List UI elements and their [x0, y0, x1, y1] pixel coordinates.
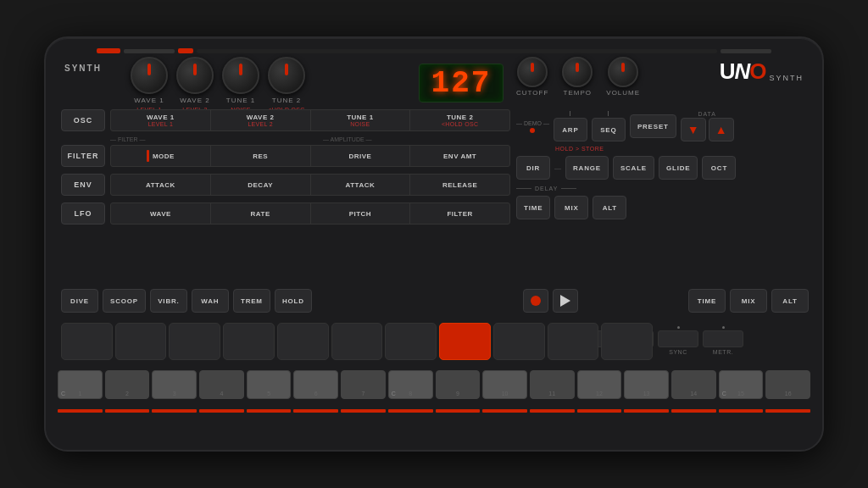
filter-envamt-ctrl[interactable]: ENV AMT [410, 146, 509, 166]
top-pads-row [61, 323, 653, 360]
glide-button[interactable]: GLIDE [659, 156, 698, 180]
lfo-rate-ctrl[interactable]: RATE [211, 203, 311, 224]
pad-key-12[interactable]: 12 [577, 370, 622, 399]
play-button[interactable] [553, 289, 578, 313]
osc-controls: WAVE 1 LEVEL 1 WAVE 2 LEVEL 2 TUNE 1 NOI… [110, 109, 510, 131]
knob-cutoff[interactable] [517, 57, 548, 87]
pad-top-10[interactable] [548, 323, 599, 360]
pad-top-5[interactable] [277, 323, 329, 360]
mix-button[interactable]: MIX [554, 196, 588, 219]
pad-top-4[interactable] [223, 323, 275, 360]
seq-button[interactable]: SEQ [592, 118, 626, 141]
range-button[interactable]: RANGE [565, 156, 609, 180]
vibr-button[interactable]: VIBR. [150, 289, 187, 313]
pad-top-9[interactable] [493, 323, 545, 360]
metr-util-btn[interactable] [703, 330, 743, 347]
synth-section-label: SYNTH [64, 64, 102, 73]
pad-key-15[interactable]: C 15 [719, 370, 764, 399]
pad-key-13[interactable]: 13 [624, 370, 669, 399]
lfo-filter-ctrl[interactable]: FILTER [410, 203, 509, 224]
sections-area: OSC WAVE 1 LEVEL 1 WAVE 2 LEVEL 2 TUNE 1… [61, 108, 510, 230]
knob-tempo[interactable] [562, 57, 593, 87]
pad-top-7[interactable] [385, 323, 437, 360]
time-btn2[interactable]: TIME [688, 289, 726, 313]
knob-tune1[interactable] [222, 57, 259, 94]
demo-indicator: — DEMO — [516, 120, 549, 133]
knob-volume-label: VOLUME [606, 89, 640, 97]
env-button[interactable]: ENV [61, 174, 105, 196]
pad-top-11[interactable] [601, 323, 653, 360]
preset-button[interactable]: PRESET [630, 114, 676, 138]
pad-key-5[interactable]: 5 [247, 370, 292, 399]
pad-key-6[interactable]: 6 [293, 370, 338, 399]
pad-key-16[interactable]: 16 [765, 370, 810, 399]
knob-wave1[interactable] [131, 57, 168, 94]
pad-top-1[interactable] [61, 323, 113, 360]
hold-button[interactable]: HOLD [275, 289, 312, 313]
pad-key-9[interactable]: 9 [436, 370, 481, 399]
lfo-pitch-ctrl[interactable]: PITCH [311, 203, 411, 224]
env-attack2-ctrl[interactable]: ATTACK [311, 175, 411, 195]
env-decay-ctrl[interactable]: DECAY [211, 175, 311, 195]
env-attack1-ctrl[interactable]: ATTACK [111, 175, 211, 195]
sync-led [677, 326, 680, 329]
pad-top-2[interactable] [115, 323, 167, 360]
dir-button[interactable]: DIR [516, 156, 550, 180]
time-button[interactable]: TIME [516, 196, 550, 219]
sync-util-btn[interactable] [658, 330, 698, 347]
osc-button[interactable]: OSC [61, 109, 105, 131]
filter-button[interactable]: FILTER [61, 145, 105, 167]
led-14 [671, 409, 716, 413]
oct-button[interactable]: OCT [702, 156, 736, 180]
pad-top-3[interactable] [169, 323, 220, 360]
record-button[interactable] [523, 289, 548, 313]
seq-group: SEQ [592, 111, 626, 141]
osc-tune2-ctrl[interactable]: TUNE 2 <HOLD OSC [410, 110, 509, 130]
osc-wave2-ctrl[interactable]: WAVE 2 LEVEL 2 [211, 110, 311, 130]
pad-key-11[interactable]: 11 [530, 370, 575, 399]
lfo-button[interactable]: LFO [61, 202, 105, 225]
knob-volume[interactable] [608, 57, 638, 87]
knob-wave2[interactable] [176, 57, 214, 94]
knob-tune2[interactable] [268, 57, 305, 94]
top-indicator-4 [721, 49, 771, 53]
led-4 [199, 409, 244, 413]
filter-drive-ctrl[interactable]: DRIVE [311, 146, 411, 166]
pad-key-1[interactable]: C 1 [58, 370, 103, 399]
pad-key-7[interactable]: 7 [341, 370, 386, 399]
arp-button[interactable]: ARP [554, 118, 587, 141]
trem-button[interactable]: TREM [233, 289, 270, 313]
lfo-wave-ctrl[interactable]: WAVE [111, 203, 211, 224]
data-down-button[interactable]: ▼ [681, 118, 706, 141]
pad-key-3[interactable]: 3 [152, 370, 197, 399]
scale-button[interactable]: SCALE [613, 156, 654, 180]
pad-key-10[interactable]: 10 [482, 370, 527, 399]
osc-tune1-ctrl[interactable]: TUNE 1 NOISE [311, 110, 411, 130]
knob-wave1-label: WAVE 1 [134, 97, 164, 104]
record-icon [531, 296, 541, 306]
wah-button[interactable]: WAH [192, 289, 229, 313]
time-mix-row: TIME MIX ALT [516, 196, 809, 219]
top-bar [97, 45, 771, 57]
metr-led [722, 326, 725, 329]
top-indicator-2 [124, 49, 175, 53]
seq-connector [608, 111, 609, 116]
pad-key-4[interactable]: 4 [199, 370, 244, 399]
mix-btn2[interactable]: MIX [730, 289, 767, 313]
pad-top-6[interactable] [331, 323, 383, 360]
scoop-button[interactable]: SCOOP [103, 289, 146, 313]
pad-key-14[interactable]: 14 [671, 370, 716, 399]
pad-key-8[interactable]: C 8 [388, 370, 433, 399]
osc-wave1-ctrl[interactable]: WAVE 1 LEVEL 1 [111, 110, 211, 130]
bottom-buttons-row: DIVE SCOOP VIBR. WAH TREM HOLD TIME MIX … [61, 289, 809, 313]
pad-top-8[interactable] [439, 323, 491, 360]
alt-btn2[interactable]: ALT [771, 289, 809, 313]
env-release-ctrl[interactable]: RELEASE [410, 175, 509, 195]
filter-res-ctrl[interactable]: RES [211, 146, 311, 166]
filter-mode-ctrl[interactable]: MODE [111, 146, 211, 166]
dive-button[interactable]: DIVE [61, 289, 98, 313]
data-up-button[interactable]: ▲ [709, 118, 734, 141]
alt-button[interactable]: ALT [593, 196, 626, 219]
filter-row: FILTER MODE RES DRIVE ENV AMT [61, 143, 510, 169]
pad-key-2[interactable]: 2 [105, 370, 150, 399]
